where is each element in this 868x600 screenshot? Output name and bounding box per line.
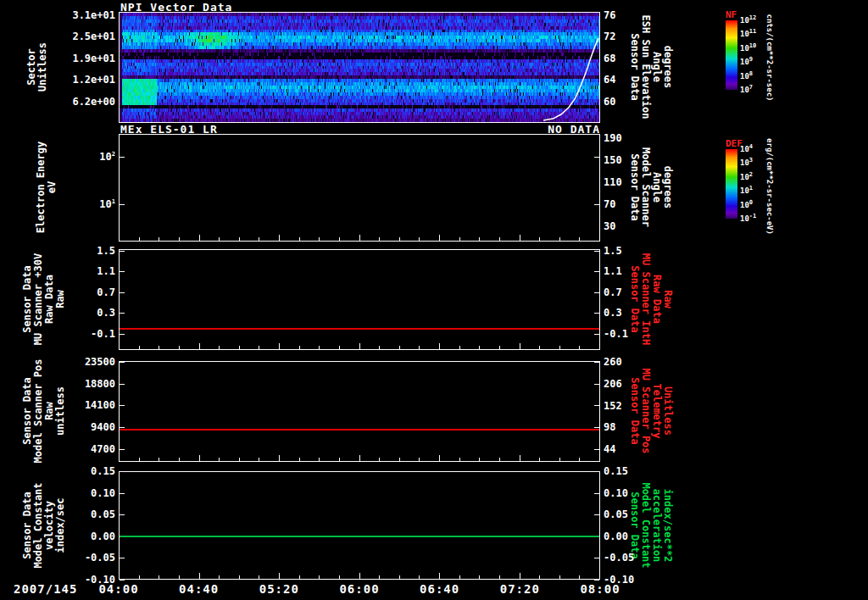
x-tickmark-minor	[559, 458, 560, 461]
x-tickmark-minor	[539, 237, 540, 241]
y2-tick-label: 206	[604, 378, 666, 390]
x-tickmark-minor	[339, 458, 340, 461]
time-tick-label: 06:40	[420, 582, 459, 596]
time-tick-label: 04:40	[179, 582, 219, 596]
y-tickmark	[594, 493, 599, 494]
x-tickmark-minor	[379, 458, 380, 461]
science-plot-page: NPI Vector Data MEx ELS-01 LR NO DATA Se…	[0, 0, 868, 600]
y2-tick-label: 0.15	[604, 465, 666, 477]
x-tickmark-major	[199, 235, 200, 241]
y-tickmark	[594, 384, 599, 385]
y2-tick-label: 72	[604, 31, 666, 42]
x-tickmark-minor	[239, 575, 240, 579]
x-tickmark-minor	[219, 458, 220, 461]
time-tick-label: 04:00	[98, 582, 138, 596]
colorbar-tick-label: 104	[740, 145, 753, 153]
y-tick-label: 0.3	[53, 307, 115, 319]
time-tick-label: 05:20	[259, 582, 299, 596]
x-tickmark-minor	[579, 237, 580, 241]
x-tickmark-major	[599, 455, 600, 461]
y-tick-label: -0.1	[53, 328, 115, 340]
y2-tick-label: -0.05	[604, 552, 666, 564]
x-tickmark-minor	[179, 346, 180, 349]
data-line-model-scanner-pos-raw	[120, 429, 599, 431]
x-tickmark-minor	[299, 346, 300, 349]
y-tickmark	[594, 157, 599, 158]
time-tick-label: 06:00	[339, 582, 379, 596]
x-tickmark-minor	[139, 575, 140, 579]
x-tickmark-minor	[319, 458, 320, 461]
x-tickmark-major	[279, 573, 280, 579]
x-tickmark-major	[520, 573, 520, 579]
y2-tick-label: 44	[604, 443, 666, 455]
y2-tick-label: 1.5	[604, 245, 666, 257]
y-tick-label: 102	[53, 151, 115, 163]
y-tick-label: 14100	[53, 399, 115, 411]
y-tickmark	[120, 292, 125, 293]
y-tickmark	[594, 334, 599, 335]
y-tickmark	[594, 271, 599, 272]
x-tickmark-minor	[319, 346, 320, 349]
x-tickmark-minor	[559, 346, 560, 349]
x-tickmark-major	[119, 573, 120, 579]
x-tickmark-minor	[139, 346, 140, 349]
x-tickmark-minor	[219, 575, 220, 579]
y-tick-label: 6.2e+00	[53, 96, 115, 108]
colorbar-tick-label: 108	[740, 72, 753, 81]
colorbar-tick-label: 109	[740, 58, 753, 66]
y-tickmark	[120, 405, 125, 406]
y-tickmark	[594, 558, 599, 558]
x-tickmark-major	[119, 343, 120, 349]
y2-tick-label: 70	[604, 198, 666, 210]
x-tickmark-minor	[259, 458, 259, 461]
x-tickmark-minor	[539, 575, 540, 579]
y2-tick-label: 152	[604, 400, 666, 412]
panel-model-scanner-pos	[119, 361, 600, 462]
y-tickmark	[594, 580, 599, 581]
y-tickmark	[594, 427, 599, 428]
colorbar-def-units: erg/(cm**2-sr-sec-eV)	[765, 138, 774, 235]
x-tickmark-major	[119, 235, 120, 241]
y-tick-label: 0.10	[53, 487, 115, 499]
y-tick-label: 0.05	[53, 508, 115, 520]
x-tickmark-major	[599, 235, 600, 241]
x-tickmark-major	[199, 573, 200, 579]
x-tickmark-minor	[259, 237, 259, 241]
x-tickmark-minor	[239, 346, 240, 349]
colorbar-nf-units: cnts/(cm**2-sr-sec)	[765, 14, 774, 102]
x-tickmark-minor	[479, 575, 480, 579]
x-tickmark-minor	[319, 237, 320, 241]
x-tickmark-minor	[479, 346, 480, 349]
x-tickmark-minor	[339, 346, 340, 349]
y-tick-label: 9400	[53, 421, 115, 433]
y-tickmark	[120, 334, 125, 335]
x-tickmark-minor	[139, 458, 140, 461]
x-tickmark-minor	[319, 575, 320, 579]
y-tickmark	[120, 558, 125, 558]
y2-tick-label: 110	[604, 176, 666, 188]
x-tickmark-minor	[379, 575, 380, 579]
x-tickmark-minor	[159, 346, 159, 349]
y-tickmark	[120, 271, 125, 272]
colorbar-tick-label: 101	[740, 186, 753, 195]
y-tickmark	[594, 313, 599, 314]
x-tickmark-minor	[299, 237, 300, 241]
panel-model-constant-velocity	[119, 471, 600, 580]
y2-tick-label: 260	[604, 356, 666, 368]
y-tick-label: 101	[53, 198, 115, 210]
y2-tick-label: -0.1	[604, 328, 666, 340]
y-tickmark	[594, 449, 599, 450]
y2-tick-label: 76	[604, 9, 666, 21]
x-tickmark-minor	[459, 237, 460, 241]
colorbar-tick-label: 1010	[740, 44, 756, 53]
x-tickmark-minor	[479, 237, 480, 241]
y-tickmark	[594, 292, 599, 293]
x-tickmark-minor	[479, 458, 480, 461]
y-tick-label: 2.5e+01	[53, 31, 115, 42]
x-tickmark-minor	[139, 237, 140, 241]
data-line-model-constant-velocity	[120, 536, 599, 537]
colorbar-tick-label: 1011	[740, 30, 756, 38]
panel-els	[119, 134, 600, 242]
y2-tick-label: 0.05	[604, 508, 666, 520]
y-tickmark	[594, 251, 599, 252]
